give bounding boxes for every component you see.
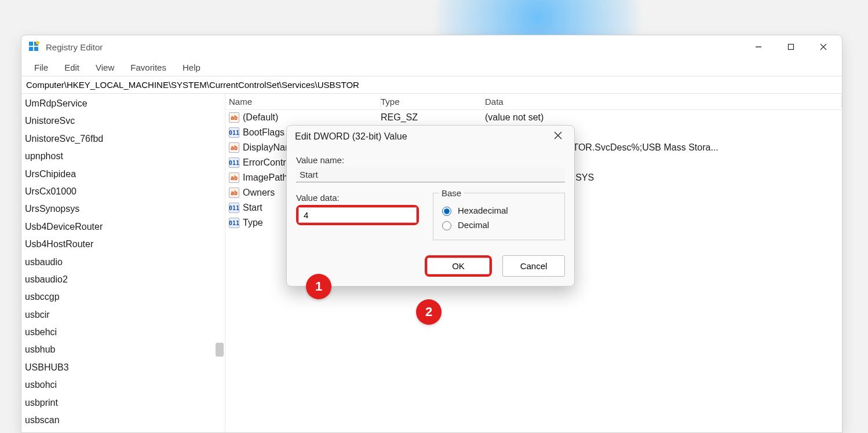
dialog-titlebar[interactable]: Edit DWORD (32-bit) Value [287, 126, 574, 147]
string-value-icon: ab [229, 112, 239, 123]
value-data: (value not set) [485, 112, 842, 123]
column-header-data[interactable]: Data [485, 96, 842, 108]
dialog-title: Edit DWORD (32-bit) Value [295, 131, 407, 142]
tree-pane[interactable]: UmRdpServiceUnistoreSvcUnistoreSvc_76fbd… [21, 94, 225, 432]
tree-item[interactable]: UrsCx01000 [21, 183, 225, 200]
tree-item[interactable]: usbscan [21, 412, 225, 429]
radio-hexadecimal-input[interactable] [442, 207, 451, 216]
value-type: REG_SZ [381, 112, 485, 123]
radio-decimal[interactable]: Decimal [439, 219, 559, 230]
dialog-close-button[interactable] [550, 130, 566, 142]
svg-rect-6 [789, 45, 794, 50]
string-value-icon: ab [229, 173, 239, 183]
binary-value-icon: 011 [229, 203, 239, 213]
base-legend: Base [439, 188, 464, 198]
titlebar[interactable]: Registry Editor [21, 35, 842, 58]
value-name: BootFlags [243, 127, 285, 138]
details-header[interactable]: Name Type Data [225, 94, 842, 110]
scrollbar-thumb[interactable] [216, 343, 224, 357]
tree-item[interactable]: UmRdpService [21, 95, 225, 112]
tree-item[interactable]: UnistoreSvc [21, 112, 225, 130]
menu-file[interactable]: File [26, 61, 56, 74]
close-button[interactable] [807, 35, 840, 58]
svg-rect-3 [34, 47, 38, 51]
column-header-name[interactable]: Name [225, 96, 381, 108]
radio-hexadecimal[interactable]: Hexadecimal [439, 205, 559, 216]
tree-item[interactable]: UrsChipidea [21, 166, 225, 183]
edit-dword-dialog: Edit DWORD (32-bit) Value Value name: Va… [286, 125, 575, 287]
annotation-badge-2: 2 [416, 299, 442, 325]
value-name-input[interactable] [296, 167, 565, 182]
svg-rect-0 [29, 42, 33, 46]
address-bar [21, 76, 842, 94]
tree-item[interactable]: Usb4HostRouter [21, 236, 225, 253]
tree-item[interactable]: usbprint [21, 394, 225, 412]
binary-value-icon: 011 [229, 157, 239, 168]
value-name: Type [243, 218, 263, 228]
app-icon [28, 41, 40, 53]
tree-item[interactable]: UrsSynopsys [21, 200, 225, 218]
menu-view[interactable]: View [87, 61, 122, 74]
value-data-label: Value data: [296, 193, 419, 203]
value-name: ImagePath [243, 173, 287, 183]
value-data-input[interactable] [298, 207, 417, 223]
tree-item[interactable]: usbaudio [21, 254, 225, 271]
window-title: Registry Editor [46, 42, 103, 52]
value-name: (Default) [243, 112, 278, 123]
column-header-type[interactable]: Type [381, 96, 485, 108]
svg-rect-2 [29, 47, 33, 51]
menu-edit[interactable]: Edit [56, 61, 87, 74]
tree-item[interactable]: usbccgp [21, 288, 225, 306]
string-value-icon: ab [229, 188, 239, 198]
base-group: Base Hexadecimal Decimal [433, 188, 565, 240]
minimize-button[interactable] [742, 35, 775, 58]
binary-value-icon: 011 [229, 127, 239, 138]
value-row[interactable]: ab(Default)REG_SZ(value not set) [225, 110, 842, 125]
radio-decimal-label: Decimal [458, 220, 489, 230]
menubar: File Edit View Favorites Help [21, 58, 842, 76]
tree-item[interactable]: usbser [21, 429, 225, 432]
tree-item[interactable]: usbehci [21, 324, 225, 341]
maximize-button[interactable] [775, 35, 807, 58]
annotation-badge-1: 1 [306, 274, 331, 299]
annotation-highlight-2: OK [425, 255, 492, 277]
svg-point-4 [36, 41, 39, 45]
radio-decimal-input[interactable] [442, 221, 451, 230]
tree-item[interactable]: usbhub [21, 341, 225, 358]
tree-item[interactable]: usbohci [21, 376, 225, 394]
radio-hexadecimal-label: Hexadecimal [458, 206, 508, 215]
value-name-label: Value name: [296, 155, 565, 165]
tree-item[interactable]: usbaudio2 [21, 271, 225, 288]
annotation-highlight-1 [296, 205, 419, 225]
address-input[interactable] [26, 79, 837, 91]
ok-button[interactable]: OK [427, 258, 490, 274]
tree-item[interactable]: UnistoreSvc_76fbd [21, 130, 225, 148]
value-name: Owners [243, 188, 275, 198]
tree-item[interactable]: Usb4DeviceRouter [21, 218, 225, 236]
tree-item[interactable]: upnphost [21, 148, 225, 165]
cancel-button[interactable]: Cancel [502, 255, 565, 277]
string-value-icon: ab [229, 142, 239, 153]
binary-value-icon: 011 [229, 218, 239, 228]
value-name: Start [243, 203, 262, 213]
tree-item[interactable]: USBHUB3 [21, 359, 225, 376]
menu-favorites[interactable]: Favorites [122, 61, 174, 74]
tree-item[interactable]: usbcir [21, 306, 225, 324]
menu-help[interactable]: Help [174, 61, 209, 74]
